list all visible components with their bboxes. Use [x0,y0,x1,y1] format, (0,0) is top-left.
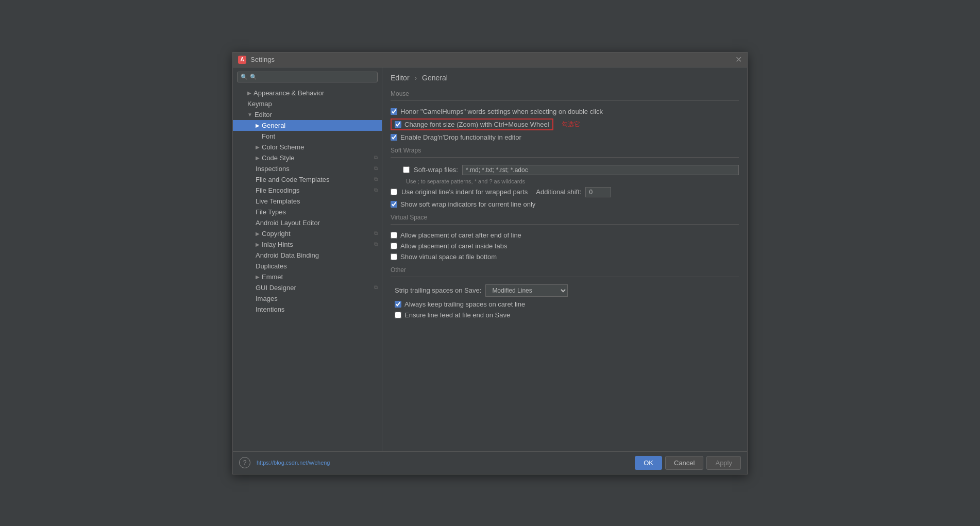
sidebar-item-label: Keymap [247,100,272,108]
sidebar-item-copyright[interactable]: ▶ Copyright ⧉ [233,228,382,239]
sidebar-item-font[interactable]: Font [233,131,382,142]
always-keep-spaces-checkbox[interactable] [395,301,401,308]
cancel-button[interactable]: Cancel [665,456,703,470]
zoom-ctrl-wheel-checkbox[interactable] [395,121,401,128]
camel-humps-checkbox[interactable] [391,108,397,115]
soft-wrap-hint: Use ; to separate patterns, * and ? as w… [406,177,739,185]
allow-caret-tabs-checkbox[interactable] [391,243,397,249]
sidebar-item-images[interactable]: Images [233,293,382,304]
sidebar-item-editor[interactable]: ▼ Editor [233,109,382,120]
soft-wraps-divider [391,157,739,158]
sidebar-item-general[interactable]: ▶ General [233,120,382,131]
sidebar-item-color-scheme[interactable]: ▶ Color Scheme [233,142,382,152]
soft-wrap-files-input[interactable] [462,165,739,175]
sidebar-item-label: General [262,122,285,129]
strip-spaces-select[interactable]: None All Modified Lines [485,284,568,297]
sidebar-item-label: Code Style [262,154,295,162]
strip-spaces-row: Strip trailing spaces on Save: None All … [395,282,739,299]
copy-icon: ⧉ [374,176,378,182]
apply-button[interactable]: Apply [706,456,741,470]
drag-drop-checkbox[interactable] [391,134,397,141]
allow-caret-end-label[interactable]: Allow placement of caret after end of li… [391,231,521,239]
breadcrumb-part2: General [422,74,448,82]
additional-shift-input[interactable] [585,187,611,197]
sidebar-item-inspections[interactable]: Inspections ⧉ [233,163,382,174]
virtual-space-divider [391,224,739,225]
show-virtual-space-label[interactable]: Show virtual space at file bottom [391,253,497,261]
strip-spaces-label: Strip trailing spaces on Save: [395,286,481,294]
dialog-body: 🔍 ▶ Appearance & Behavior Keymap ▼ Edito… [233,67,747,451]
sidebar-item-android-data-binding[interactable]: Android Data Binding [233,250,382,261]
sidebar-item-label: Intentions [256,306,284,313]
allow-caret-end-row: Allow placement of caret after end of li… [391,230,739,241]
close-button[interactable]: ✕ [735,56,742,64]
show-indicators-checkbox[interactable] [391,201,397,208]
drag-drop-text: Enable Drag'n'Drop functionality in edit… [400,133,521,141]
app-icon: A [238,56,246,64]
sidebar-item-label: Images [256,295,278,302]
show-virtual-space-checkbox[interactable] [391,253,397,260]
sidebar-item-label: Live Templates [256,197,300,205]
virtual-space-header: Virtual Space [391,214,739,221]
soft-wrap-files-checkbox[interactable] [403,166,410,173]
sidebar-item-appearance[interactable]: ▶ Appearance & Behavior [233,88,382,98]
show-virtual-space-row: Show virtual space at file bottom [391,251,739,262]
title-bar-left: A Settings [238,56,275,64]
other-section: Other Strip trailing spaces on Save: Non… [391,266,739,320]
mouse-divider [391,100,739,101]
arrow-icon: ▶ [256,155,260,161]
sidebar-item-label: File Encodings [256,186,299,194]
search-box[interactable]: 🔍 [237,72,378,82]
settings-dialog: A Settings ✕ 🔍 ▶ Appearance & Behavior K… [232,52,748,474]
sidebar-item-live-templates[interactable]: Live Templates [233,196,382,207]
sidebar-item-android-layout-editor[interactable]: Android Layout Editor [233,217,382,228]
soft-wrap-files-label: Soft-wrap files: [414,166,458,174]
soft-wraps-section: Soft Wraps Soft-wrap files: Use ; to sep… [391,147,739,210]
search-input[interactable] [250,74,374,80]
always-keep-spaces-row: Always keep trailing spaces on caret lin… [395,299,739,310]
arrow-icon: ▶ [256,231,260,236]
sidebar-item-file-encodings[interactable]: File Encodings ⧉ [233,185,382,196]
use-original-indent-row: Use original line's indent for wrapped p… [391,185,739,199]
show-indicators-label[interactable]: Show soft wrap indicators for current li… [391,200,535,208]
use-original-indent-checkbox[interactable] [391,189,397,195]
drag-drop-label[interactable]: Enable Drag'n'Drop functionality in edit… [391,133,521,141]
allow-caret-tabs-text: Allow placement of caret inside tabs [400,242,507,250]
sidebar-item-duplicates[interactable]: Duplicates [233,261,382,272]
sidebar-item-keymap[interactable]: Keymap [233,98,382,109]
allow-caret-tabs-row: Allow placement of caret inside tabs [391,241,739,251]
sidebar-item-code-style[interactable]: ▶ Code Style ⧉ [233,152,382,163]
other-header: Other [391,266,739,274]
allow-caret-tabs-label[interactable]: Allow placement of caret inside tabs [391,242,507,250]
sidebar-item-gui-designer[interactable]: GUI Designer ⧉ [233,282,382,293]
sidebar-item-emmet[interactable]: ▶ Emmet [233,272,382,282]
footer-link[interactable]: https://blog.csdn.net/w/cheng [257,460,330,466]
always-keep-spaces-label[interactable]: Always keep trailing spaces on caret lin… [395,300,525,308]
other-divider [391,277,739,277]
help-button[interactable]: ? [239,457,250,468]
sidebar-item-intentions[interactable]: Intentions [233,304,382,315]
ok-button[interactable]: OK [635,456,662,470]
allow-caret-end-text: Allow placement of caret after end of li… [400,231,521,239]
copy-icon: ⧉ [374,284,378,291]
arrow-icon: ▼ [247,112,252,117]
sidebar-item-label: Duplicates [256,262,287,270]
ensure-line-feed-label[interactable]: Ensure line feed at file end on Save [395,311,510,319]
content-area: Mouse Honor "CamelHumps" words settings … [382,86,747,451]
main-content: Editor › General Mouse Honor "CamelHumps… [382,67,747,451]
ensure-line-feed-checkbox[interactable] [395,312,401,318]
dialog-footer: ? https://blog.csdn.net/w/cheng OK Cance… [233,451,747,474]
sidebar-item-file-types[interactable]: File Types [233,207,382,217]
additional-shift-label: Additional shift: [536,188,581,196]
camel-humps-label[interactable]: Honor "CamelHumps" words settings when s… [391,108,603,115]
sidebar-item-file-code-templates[interactable]: File and Code Templates ⧉ [233,174,382,185]
sidebar-item-label: Copyright [262,230,291,237]
sidebar-item-inlay-hints[interactable]: ▶ Inlay Hints ⧉ [233,239,382,250]
sidebar: 🔍 ▶ Appearance & Behavior Keymap ▼ Edito… [233,67,382,451]
allow-caret-end-checkbox[interactable] [391,232,397,239]
show-virtual-space-text: Show virtual space at file bottom [400,253,497,261]
soft-wraps-header: Soft Wraps [391,147,739,154]
show-indicators-text: Show soft wrap indicators for current li… [400,200,535,208]
camel-humps-row: Honor "CamelHumps" words settings when s… [391,106,739,117]
breadcrumb-separator: › [414,74,417,82]
